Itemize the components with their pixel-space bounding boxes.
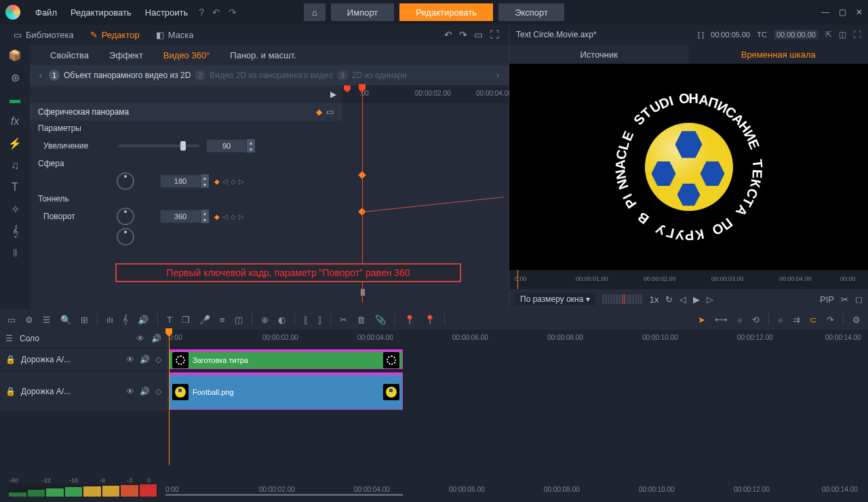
sphere-stepper[interactable]: ▲▼ <box>201 174 209 188</box>
tl-zoom-icon[interactable]: 🔍 <box>58 315 73 325</box>
crop-icon[interactable]: ✂ <box>841 294 848 305</box>
redo-icon[interactable]: ↷ <box>224 7 241 18</box>
tl-mic-icon[interactable]: 🎤 <box>197 315 212 325</box>
tl-del-icon[interactable]: 🗑 <box>355 315 368 325</box>
panel-icon[interactable]: ▭ <box>474 29 483 40</box>
rotate-kf-icon[interactable]: ◆ <box>214 213 220 220</box>
tl-treble-icon[interactable]: 𝄞 <box>121 314 130 325</box>
menu-settings[interactable]: Настроить <box>138 7 195 18</box>
track1-lock-icon[interactable]: 🔒 <box>5 355 16 364</box>
step-prev-icon[interactable]: ‹ <box>37 71 45 80</box>
sphere-kf-prev[interactable]: ◁ <box>222 178 228 185</box>
kf-diamond-icon[interactable]: ◆ <box>316 107 322 117</box>
rotate-value[interactable]: 360 <box>160 210 201 223</box>
tab-library[interactable]: ▭Библиотека <box>5 30 82 40</box>
clip-football-png[interactable]: Football.png <box>169 372 403 410</box>
step-fwd-icon[interactable]: ▷ <box>707 294 713 305</box>
dual-icon[interactable]: ◫ <box>839 30 846 39</box>
preview-ruler[interactable]: 0:00 00:00:01.00 00:00:02.00 00:00:03.00… <box>509 270 868 289</box>
sphere-kf-icon[interactable]: ◆ <box>214 178 220 185</box>
tl-eye-icon[interactable]: 👁 <box>136 334 144 343</box>
step1-label[interactable]: Объект панорамного видео из 2D <box>64 71 191 80</box>
minimize-icon[interactable]: — <box>821 7 829 17</box>
tl-trim-icon[interactable]: ⟦ <box>302 315 310 325</box>
track2-kf-icon[interactable]: ◇ <box>155 387 161 396</box>
tl-gear-icon[interactable]: ⚙ <box>23 315 35 325</box>
sidebar-fx-icon[interactable]: fx <box>11 115 19 128</box>
efftab-properties[interactable]: Свойства <box>50 50 89 60</box>
tl-split-icon[interactable]: ◫ <box>233 315 245 325</box>
sidebar-wand-icon[interactable]: ✧ <box>11 203 20 216</box>
export-button[interactable]: Экспорт <box>498 3 564 21</box>
track2-name[interactable]: Дорожка A/... <box>21 387 71 396</box>
tab-mask[interactable]: ◧Маска <box>148 30 202 40</box>
kf-window-icon[interactable]: ▭ <box>326 107 334 117</box>
track2-speaker-icon[interactable]: 🔊 <box>140 387 150 396</box>
tl-3d-icon[interactable]: ❒ <box>180 315 192 325</box>
efftab-video360[interactable]: Видео 360° <box>163 50 210 60</box>
step-next-icon[interactable]: › <box>494 71 502 80</box>
step2-label[interactable]: Видео 2D из панорамного видео <box>210 71 333 80</box>
tl-layers-icon[interactable]: ☰ <box>41 315 53 325</box>
import-button[interactable]: Импорт <box>331 3 394 21</box>
rotate-kf-prev[interactable]: ◁ <box>222 213 228 220</box>
track1-eye-icon[interactable]: 👁 <box>126 355 134 364</box>
tl-razor-icon[interactable]: ⟐ <box>735 315 745 325</box>
menu-file[interactable]: Файл <box>28 7 64 18</box>
kf-range-start[interactable] <box>344 85 351 92</box>
timeline-playhead[interactable] <box>169 330 170 465</box>
menu-edit[interactable]: Редактировать <box>64 7 138 18</box>
sphere-kf-add[interactable]: ◇ <box>231 178 236 185</box>
step-back-icon[interactable]: ◁ <box>679 294 686 305</box>
rotate-rotary[interactable] <box>117 208 134 225</box>
edit-button[interactable]: Редактировать <box>399 3 493 21</box>
snapshot-icon[interactable]: ◻ <box>855 294 863 305</box>
efftab-effect[interactable]: Эффект <box>109 50 143 60</box>
efftab-panzoom[interactable]: Панор. и масшт. <box>230 50 296 60</box>
undo-panel-icon[interactable]: ↶ <box>444 29 452 40</box>
timeline-scrollbar[interactable] <box>165 494 403 496</box>
preview-tab-timeline[interactable]: Временная шкала <box>689 45 869 64</box>
tab-editor[interactable]: ✎Редактор <box>82 30 148 40</box>
tl-end-icon[interactable]: ↷ <box>825 315 836 325</box>
play-kf-icon[interactable]: ▶ <box>330 90 336 99</box>
tl-speaker-icon[interactable]: 🔊 <box>151 334 161 343</box>
clip-title-template[interactable]: Заготовка титра <box>169 349 403 369</box>
fullscreen-icon[interactable]: ⛶ <box>490 29 499 40</box>
tl-cut-icon[interactable]: ✂ <box>338 315 349 325</box>
track1-kf-icon[interactable]: ◇ <box>155 355 161 364</box>
sidebar-layers-icon[interactable]: ▬ <box>9 94 20 106</box>
tl-collapse-icon[interactable]: ☰ <box>5 334 13 343</box>
tl-snap-icon[interactable]: ⊞ <box>79 315 90 325</box>
tl-magnet-icon[interactable]: ⊂ <box>808 315 819 325</box>
zoom-value[interactable]: 90 <box>206 139 247 153</box>
tl-vol-icon[interactable]: 🔊 <box>136 315 151 325</box>
full-icon[interactable]: ⛶ <box>853 30 861 39</box>
undo-icon[interactable]: ↶ <box>208 7 224 18</box>
sidebar-treble-icon[interactable]: 𝄞 <box>12 225 18 237</box>
close-icon[interactable]: ✕ <box>856 7 863 17</box>
tc-position[interactable]: 00:00:00.00 <box>774 30 818 39</box>
tl-pointer-icon[interactable]: ➤ <box>696 315 707 325</box>
tl-title-icon[interactable]: T <box>165 315 174 325</box>
zoom-stepper[interactable]: ▲▼ <box>247 139 255 153</box>
sidebar-globe-icon[interactable]: ⊛ <box>11 71 20 84</box>
track1-name[interactable]: Дорожка A/... <box>21 355 71 364</box>
track2-eye-icon[interactable]: 👁 <box>126 387 134 396</box>
popout-icon[interactable]: ⇱ <box>825 30 832 39</box>
tl-link-icon[interactable]: ⟐ <box>776 315 785 325</box>
track2-lock-icon[interactable]: 🔒 <box>5 387 16 396</box>
tl-gear2-icon[interactable]: ⚙ <box>850 315 863 325</box>
rotate-stepper[interactable]: ▲▼ <box>201 210 209 223</box>
tl-motion-icon[interactable]: ≡ <box>218 315 227 325</box>
rotate-rotary-2[interactable] <box>117 228 134 246</box>
tl-marker-icon[interactable]: 📍 <box>402 315 417 325</box>
maximize-icon[interactable]: ▢ <box>839 7 846 17</box>
speed-label[interactable]: 1x <box>650 294 659 305</box>
tl-clip-icon[interactable]: 📎 <box>373 315 388 325</box>
pip-label[interactable]: PIP <box>820 294 834 305</box>
rotate-kf-add[interactable]: ◇ <box>231 213 236 220</box>
preview-fit-select[interactable]: По размеру окна ▾ <box>515 293 595 305</box>
preview-tab-source[interactable]: Источник <box>509 45 689 64</box>
sidebar-music-icon[interactable]: ♫ <box>11 159 19 172</box>
